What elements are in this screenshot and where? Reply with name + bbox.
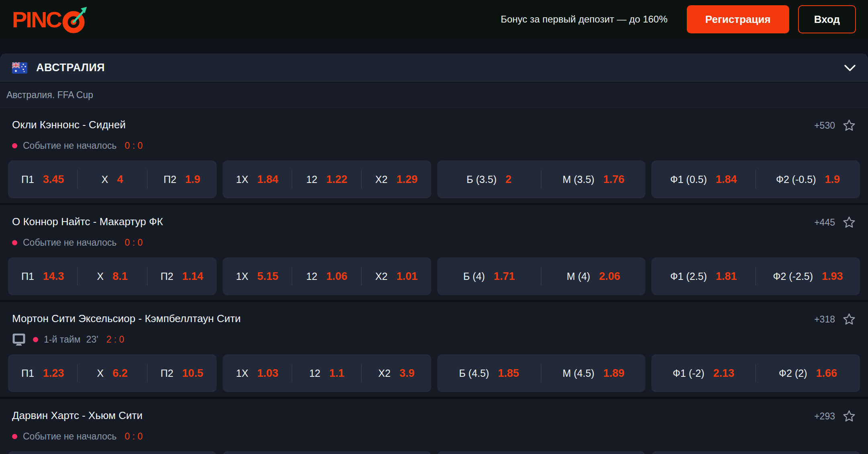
odds-label: П2 — [160, 368, 173, 379]
match-meta: +293 — [814, 409, 856, 423]
odds-cell[interactable]: 121.1 — [292, 354, 361, 392]
odds-cell[interactable]: X21.29 — [362, 160, 431, 198]
odds-cell[interactable]: Ф1 (-2)2.13 — [651, 354, 755, 392]
odds-cell[interactable]: П13.45 — [8, 160, 77, 198]
odds-cell[interactable]: X6.2 — [78, 354, 147, 392]
match-title[interactable]: Мортон Сити Эксельсиор - Кэмпбеллтаун Си… — [12, 312, 814, 325]
odds-value: 3.9 — [399, 367, 415, 380]
match-status-row: 1-й тайм 23' 2 : 0 — [12, 333, 856, 346]
odds-cell[interactable]: X23.9 — [362, 354, 431, 392]
match-meta: +445 — [814, 216, 856, 229]
match-status-row: Событие не началось 0 : 0 — [12, 139, 856, 152]
odds-cell[interactable]: П21.9 — [147, 160, 217, 198]
odds-label: Б (3.5) — [467, 174, 497, 185]
odds-cell[interactable]: Б (5.5)1.73 — [437, 451, 541, 454]
odds-group: undefinedundefinedП21.02 — [8, 451, 217, 454]
odds-cell[interactable]: М (4)2.06 — [541, 257, 645, 295]
odds-group: 1X5.15121.06X21.01 — [223, 257, 431, 295]
odds-label: М (4) — [567, 271, 590, 282]
odds-value: 1.29 — [396, 173, 418, 186]
match-header-row: О Коннор Найтс - Макартур ФК +445 — [8, 213, 860, 229]
odds-value: 1.01 — [396, 270, 418, 283]
odds-cell[interactable]: Ф2 (-2.5)1.93 — [756, 257, 860, 295]
odds-cell[interactable]: 121.06 — [292, 257, 361, 295]
odds-group: 1X1.03121.1X23.9 — [223, 354, 431, 392]
country-section-header[interactable]: АВСТРАЛИЯ — [0, 53, 868, 82]
odds-cell[interactable]: X4 — [78, 160, 147, 198]
logo-text: PINC — [12, 6, 61, 33]
match-status-row: Событие не началось 0 : 0 — [12, 236, 856, 249]
match-card: О Коннор Найтс - Макартур ФК +445 Событи… — [0, 203, 868, 300]
odds-value: 2.06 — [599, 270, 620, 283]
odds-label: Ф1 (2.5) — [670, 271, 707, 282]
odds-cell[interactable]: М (3.5)1.76 — [541, 160, 645, 198]
odds-cell[interactable]: Ф2 (-0.5)1.9 — [756, 160, 860, 198]
pinco-logo[interactable]: PINC — [12, 5, 86, 33]
odds-value: 8.1 — [113, 270, 128, 283]
odds-cell[interactable]: Б (4.5)1.85 — [437, 354, 541, 392]
logo-target-icon — [61, 7, 86, 33]
odds-cell[interactable]: 1X1.84 — [223, 160, 292, 198]
register-button[interactable]: Регистрация — [687, 5, 789, 33]
league-title: Австралия. FFA Cup — [6, 90, 93, 101]
more-odds-count[interactable]: +293 — [814, 411, 835, 422]
favorite-star-icon[interactable] — [842, 312, 856, 326]
favorite-star-icon[interactable] — [842, 409, 856, 423]
match-meta: +530 — [814, 119, 856, 132]
odds-cell[interactable]: 121.01 — [292, 451, 361, 454]
odds-value: 2 — [506, 173, 512, 186]
match-score: 2 : 0 — [106, 334, 124, 345]
match-list: Окли Кэннонс - Сидней +530 Событие не на… — [0, 108, 868, 454]
match-title[interactable]: Дарвин Хартс - Хьюм Сити — [12, 409, 814, 422]
odds-group: Ф1 (2.5)1.81Ф2 (-2.5)1.93 — [651, 257, 860, 295]
odds-cell[interactable]: Ф2 (2)1.66 — [756, 354, 860, 392]
odds-value: 1.22 — [326, 173, 348, 186]
odds-value: 14.3 — [43, 270, 64, 283]
favorite-star-icon[interactable] — [842, 216, 856, 229]
odds-label: X — [102, 174, 108, 185]
odds-cell[interactable]: undefined — [8, 451, 77, 454]
odds-cell[interactable]: Б (4)1.71 — [437, 257, 541, 295]
odds-cell[interactable]: П114.3 — [8, 257, 77, 295]
odds-label: П2 — [164, 174, 176, 185]
match-title[interactable]: О Коннор Найтс - Макартур ФК — [12, 216, 814, 228]
odds-cell[interactable]: undefined — [223, 451, 292, 454]
odds-cell[interactable]: П21.02 — [147, 451, 217, 454]
odds-cell[interactable]: Ф1 (5)1.77 — [651, 451, 755, 454]
odds-cell[interactable]: 1X5.15 — [223, 257, 292, 295]
odds-group: undefined121.01undefined — [223, 451, 431, 454]
more-odds-count[interactable]: +530 — [814, 120, 835, 131]
odds-cell[interactable]: П11.23 — [8, 354, 77, 392]
odds-value: 1.23 — [43, 367, 64, 380]
match-title[interactable]: Окли Кэннонс - Сидней — [12, 119, 814, 131]
odds-label: Ф1 (0.5) — [670, 174, 707, 185]
odds-cell[interactable]: Б (3.5)2 — [437, 160, 541, 198]
odds-cell[interactable]: М (4.5)1.89 — [541, 354, 645, 392]
odds-cell[interactable]: Ф1 (0.5)1.84 — [651, 160, 755, 198]
odds-cell[interactable]: X21.01 — [362, 257, 431, 295]
odds-value: 1.84 — [716, 173, 737, 186]
odds-group: Б (4)1.71М (4)2.06 — [437, 257, 646, 295]
match-card: Окли Кэннонс - Сидней +530 Событие не на… — [0, 108, 868, 203]
odds-cell[interactable]: 1X1.03 — [223, 354, 292, 392]
odds-cell[interactable]: П21.14 — [147, 257, 217, 295]
favorite-star-icon[interactable] — [842, 119, 856, 132]
odds-cell[interactable]: undefined — [362, 451, 431, 454]
odds-cell[interactable]: X8.1 — [78, 257, 147, 295]
login-button[interactable]: Вход — [798, 5, 856, 33]
odds-row: П11.23X6.2П210.51X1.03121.1X23.9Б (4.5)1… — [8, 354, 860, 392]
more-odds-count[interactable]: +318 — [814, 314, 835, 325]
odds-cell[interactable]: 121.22 — [292, 160, 361, 198]
odds-cell[interactable]: М (5.5)1.99 — [541, 451, 645, 454]
chevron-down-icon[interactable] — [844, 64, 856, 72]
odds-cell[interactable]: П210.5 — [147, 354, 217, 392]
match-card: Дарвин Хартс - Хьюм Сити +293 Событие не… — [0, 397, 868, 454]
odds-cell[interactable]: Ф1 (2.5)1.81 — [651, 257, 755, 295]
odds-value: 2.13 — [713, 367, 735, 380]
odds-label: 1X — [236, 368, 248, 379]
odds-value: 1.14 — [182, 270, 203, 283]
odds-label: М (3.5) — [563, 174, 594, 185]
odds-cell[interactable]: Ф2 (-5)1.94 — [756, 451, 860, 454]
odds-cell[interactable]: undefined — [78, 451, 147, 454]
more-odds-count[interactable]: +445 — [814, 217, 835, 228]
